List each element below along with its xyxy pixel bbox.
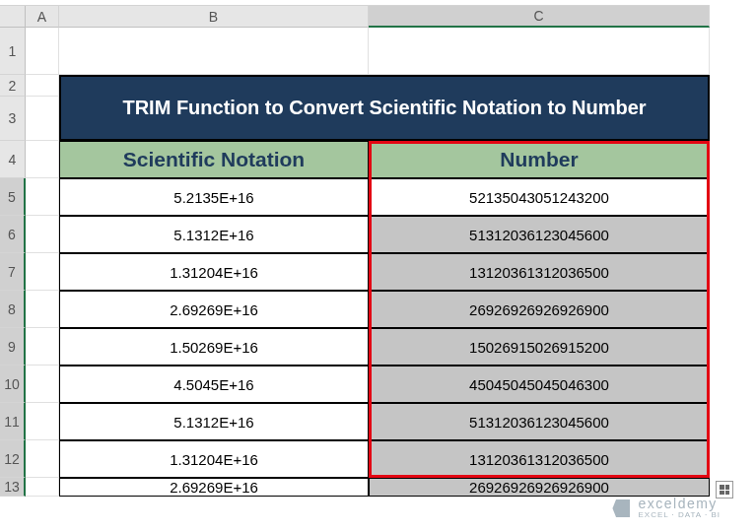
cell-c5[interactable]: 52135043051243200 (369, 178, 710, 216)
row-header-2[interactable]: 2 (0, 75, 26, 97)
cell-b6[interactable]: 5.1312E+16 (59, 216, 369, 253)
row-header-11[interactable]: 11 (0, 403, 26, 440)
cell-c9[interactable]: 15026915026915200 (369, 328, 710, 366)
row-header-12[interactable]: 12 (0, 440, 26, 478)
select-all-corner[interactable] (0, 6, 26, 28)
row-header-1[interactable]: 1 (0, 28, 26, 75)
row-header-5[interactable]: 5 (0, 178, 26, 216)
autofill-options-button[interactable] (716, 481, 733, 499)
cell-c12[interactable]: 13120361312036500 (369, 440, 710, 478)
cell-a1[interactable] (26, 28, 59, 75)
cell-a9[interactable] (26, 328, 59, 366)
cell-a3[interactable] (26, 97, 59, 141)
cell-c13[interactable]: 26926926926926900 (369, 478, 710, 497)
cell-c7[interactable]: 13120361312036500 (369, 253, 710, 291)
row-header-9[interactable]: 9 (0, 328, 26, 366)
cell-b11[interactable]: 5.1312E+16 (59, 403, 369, 440)
cell-b8[interactable]: 2.69269E+16 (59, 291, 369, 328)
row-header-13[interactable]: 13 (0, 478, 26, 497)
cell-c1[interactable] (369, 28, 710, 75)
cell-c6[interactable]: 51312036123045600 (369, 216, 710, 253)
cell-a6[interactable] (26, 216, 59, 253)
cell-b5[interactable]: 5.2135E+16 (59, 178, 369, 216)
row-header-6[interactable]: 6 (0, 216, 26, 253)
header-number[interactable]: Number (369, 141, 710, 178)
row-header-8[interactable]: 8 (0, 291, 26, 328)
autofill-icon (720, 485, 729, 495)
watermark-line2: EXCEL · DATA · BI (638, 511, 721, 520)
column-header-c[interactable]: C (369, 6, 710, 28)
cell-c11[interactable]: 51312036123045600 (369, 403, 710, 440)
row-header-3[interactable]: 3 (0, 97, 26, 141)
cell-a12[interactable] (26, 440, 59, 478)
watermark-logo-icon (612, 499, 630, 517)
column-header-a[interactable]: A (26, 6, 59, 28)
cell-b9[interactable]: 1.50269E+16 (59, 328, 369, 366)
title-cell[interactable]: TRIM Function to Convert Scientific Nota… (59, 75, 710, 141)
cell-a4[interactable] (26, 141, 59, 178)
cell-c8[interactable]: 26926926926926900 (369, 291, 710, 328)
watermark-line1: exceldemy (638, 497, 721, 511)
row-header-7[interactable]: 7 (0, 253, 26, 291)
cell-a8[interactable] (26, 291, 59, 328)
cell-b12[interactable]: 1.31204E+16 (59, 440, 369, 478)
cell-b10[interactable]: 4.5045E+16 (59, 366, 369, 403)
row-header-4[interactable]: 4 (0, 141, 26, 178)
cell-b1[interactable] (59, 28, 369, 75)
cell-a5[interactable] (26, 178, 59, 216)
row-header-10[interactable]: 10 (0, 366, 26, 403)
spreadsheet-grid: A B C 1 2 3 4 5 6 7 8 9 10 11 12 13 TRIM… (0, 0, 756, 497)
watermark-text: exceldemy EXCEL · DATA · BI (638, 497, 721, 520)
cell-b13[interactable]: 2.69269E+16 (59, 478, 369, 497)
cell-c10[interactable]: 45045045045046300 (369, 366, 710, 403)
header-scientific-notation[interactable]: Scientific Notation (59, 141, 369, 178)
watermark: exceldemy EXCEL · DATA · BI (612, 497, 721, 520)
column-header-b[interactable]: B (59, 6, 369, 28)
cell-a7[interactable] (26, 253, 59, 291)
cell-a2[interactable] (26, 75, 59, 97)
cell-a10[interactable] (26, 366, 59, 403)
cell-b7[interactable]: 1.31204E+16 (59, 253, 369, 291)
cell-a13[interactable] (26, 478, 59, 497)
cell-a11[interactable] (26, 403, 59, 440)
